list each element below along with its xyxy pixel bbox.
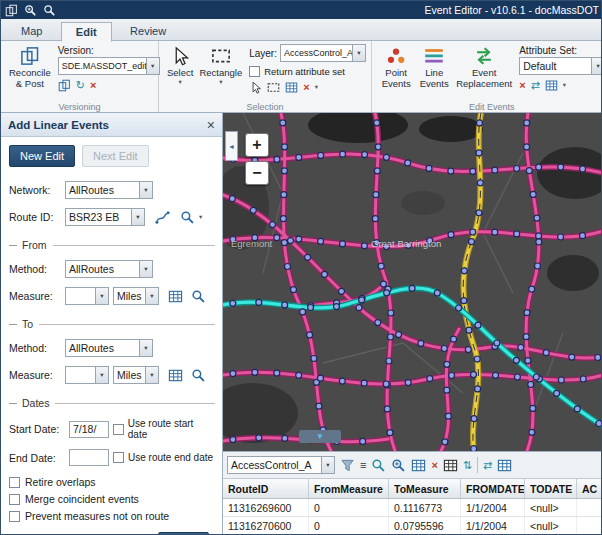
zoom-in-button[interactable]: + (245, 133, 269, 157)
locate-feature-icon[interactable] (391, 458, 406, 473)
add-linear-events-panel: Add Linear Events × New Edit Next Edit N… (1, 113, 223, 535)
attribute-set-label: Attribute Set: (519, 45, 602, 56)
collapse-down-icon: ▼ (316, 432, 324, 441)
select-attributes-icon[interactable] (285, 81, 298, 94)
app-pages-icon[interactable] (5, 4, 18, 17)
version-label: Version: (58, 45, 160, 56)
zoom-to-to-measure-icon[interactable] (191, 368, 206, 383)
return-attribute-set-checkbox[interactable] (249, 66, 260, 77)
chevron-down-icon: ▾ (219, 79, 222, 86)
tab-edit[interactable]: Edit (61, 22, 112, 42)
route-id-select[interactable]: BSR23 EB ▾ (65, 208, 145, 226)
use-route-end-date-checkbox[interactable] (113, 452, 124, 463)
to-method-select[interactable]: AllRoutes ▾ (65, 339, 153, 357)
panel-title: Add Linear Events (8, 119, 207, 131)
from-unit-select[interactable]: Miles ▾ (113, 287, 159, 305)
retire-overlaps-label: Retire overlaps (25, 476, 96, 488)
zoom-options-dropdown-icon[interactable]: ▾ (199, 214, 202, 221)
new-edit-button[interactable]: New Edit (9, 145, 75, 167)
merge-coincident-events-label: Merge coincident events (25, 493, 139, 505)
column-header-ac[interactable]: AC (577, 479, 602, 498)
zoom-out-tool-icon[interactable] (43, 4, 56, 17)
attribute-set-select[interactable]: Default ▾ (519, 57, 602, 75)
panel-header: Add Linear Events × (1, 113, 222, 137)
use-route-start-date-checkbox[interactable] (113, 424, 124, 435)
from-measure-on-map-icon[interactable] (168, 289, 183, 304)
point-events-icon (386, 46, 406, 66)
collapse-table-button[interactable]: ▼ (299, 430, 341, 443)
reconcile-post-button[interactable]: Reconcile & Post (6, 44, 54, 92)
collapse-panel-button[interactable]: ◄ (225, 131, 238, 161)
create-version-icon[interactable] (58, 79, 71, 92)
version-select[interactable]: SDE.MASSDOT_editor1 ▾ (58, 57, 160, 75)
to-measure-select[interactable]: ▾ (65, 366, 109, 384)
delete-event-icon[interactable]: × (519, 80, 525, 91)
selection-options-dropdown-icon[interactable]: ▾ (315, 84, 318, 91)
open-table-icon[interactable] (411, 458, 426, 473)
network-select[interactable]: AllRoutes ▾ (65, 181, 153, 199)
clear-selection-icon[interactable]: × (303, 82, 309, 93)
zoom-out-button[interactable]: − (245, 161, 269, 185)
from-method-label: Method: (9, 263, 61, 275)
table-row[interactable]: 11316270600 0 0.0795596 1/1/2004 <null> (223, 517, 602, 535)
refresh-version-icon[interactable]: ↻ (76, 80, 85, 91)
next-edit-button[interactable]: Next Edit (82, 145, 149, 167)
tab-review[interactable]: Review (116, 22, 180, 40)
zoom-in-tool-icon[interactable] (24, 4, 37, 17)
table-layer-select[interactable]: AccessControl_A ▾ (227, 456, 335, 474)
from-measure-select[interactable]: ▾ (65, 287, 109, 305)
select-route-on-map-icon[interactable] (155, 210, 170, 225)
toolbar-divider (477, 457, 478, 473)
table-options-icon[interactable] (497, 458, 512, 473)
zoom-to-route-icon[interactable] (180, 210, 195, 225)
start-date-input[interactable]: 7/18/ (69, 421, 109, 438)
attribute-table-panel: AccessControl_A ▾ ≡ × ⇅ ⇄ RouteID FromMe… (223, 451, 602, 535)
swap-selection-icon[interactable]: ⇄ (483, 460, 492, 471)
layer-label: Layer: (249, 48, 277, 59)
table-row[interactable]: 11316269600 0 0.1116773 1/1/2004 <null> (223, 499, 602, 517)
to-unit-select[interactable]: Miles ▾ (113, 366, 159, 384)
map-view[interactable]: Egremont Great Barrington ◄ + − ▼ (223, 113, 602, 451)
zoom-to-from-measure-icon[interactable] (191, 289, 206, 304)
merge-coincident-events-checkbox[interactable] (9, 494, 20, 505)
column-header-routeid[interactable]: RouteID (223, 479, 309, 498)
prevent-measures-checkbox[interactable] (9, 511, 20, 522)
event-attributes-grid-icon[interactable] (545, 79, 558, 92)
zoom-to-feature-icon[interactable] (371, 458, 386, 473)
from-method-select[interactable]: AllRoutes ▾ (65, 260, 153, 278)
network-label: Network: (9, 184, 61, 196)
column-header-frommeasure[interactable]: FromMeasure (309, 479, 389, 498)
rectangle-button[interactable]: Rectangle ▾ (196, 44, 245, 87)
filter-icon[interactable] (340, 458, 355, 473)
to-measure-on-map-icon[interactable] (168, 368, 183, 383)
edit-options-dropdown-icon[interactable]: ▾ (563, 82, 566, 89)
select-button[interactable]: Select ▾ (164, 44, 196, 87)
line-events-icon (424, 46, 444, 66)
line-events-button[interactable]: Line Events (415, 44, 453, 92)
ribbon-tab-strip: Map Edit Review (1, 19, 602, 41)
column-header-tomeasure[interactable]: ToMeasure (389, 479, 461, 498)
ribbon-group-selection: Select ▾ Rectangle ▾ Layer: AccessContro… (159, 41, 372, 112)
attribute-list-icon[interactable]: ≡ (360, 460, 366, 471)
related-tables-icon[interactable] (443, 458, 458, 473)
close-icon[interactable]: × (207, 118, 215, 132)
select-features-icon[interactable] (249, 81, 262, 94)
chevron-down-icon: ▾ (95, 288, 108, 304)
select-by-rectangle-icon[interactable] (267, 81, 280, 94)
retire-overlaps-checkbox[interactable] (9, 477, 20, 488)
versioning-group-label: Versioning (1, 102, 158, 112)
tab-map[interactable]: Map (7, 22, 56, 40)
delete-version-icon[interactable]: × (90, 80, 96, 91)
column-header-todate[interactable]: TODATE (525, 479, 577, 498)
clear-selection-icon[interactable]: × (431, 460, 437, 471)
column-header-fromdate[interactable]: FROMDATE (461, 479, 525, 498)
from-measure-label: Measure: (9, 290, 61, 302)
from-section-header: From (9, 239, 215, 251)
sort-icon[interactable]: ⇅ (463, 460, 472, 471)
end-date-input[interactable] (69, 449, 109, 466)
map-canvas[interactable]: Egremont Great Barrington (223, 113, 602, 451)
flip-event-icon[interactable]: ⇄ (531, 80, 540, 91)
layer-select[interactable]: AccessControl_A ▾ (280, 44, 366, 62)
event-replacement-button[interactable]: Event Replacement (453, 44, 515, 92)
point-events-button[interactable]: Point Events (377, 44, 415, 92)
